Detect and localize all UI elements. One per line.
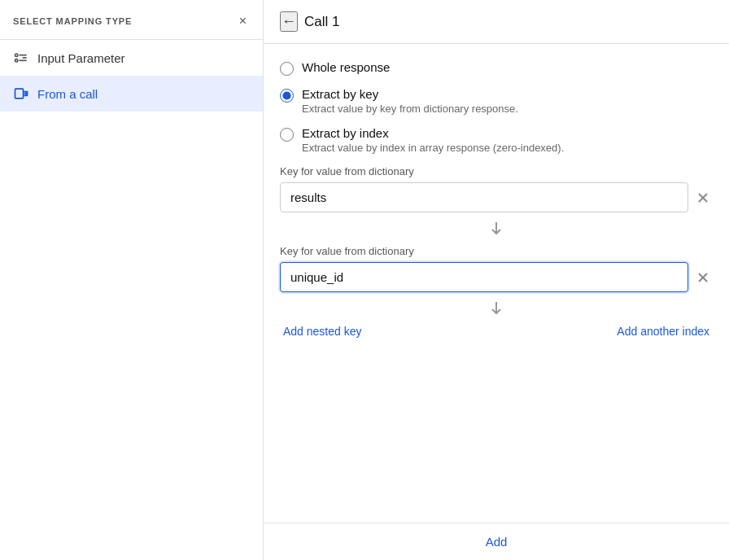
key-input-2[interactable] bbox=[280, 262, 688, 292]
main-panel: ← Call 1 Whole response Extract by key E… bbox=[264, 0, 729, 560]
radio-option-extract-by-index[interactable]: Extract by index Extract value by index … bbox=[280, 126, 713, 154]
panel-header: ← Call 1 bbox=[264, 0, 729, 44]
arrow-down-2 bbox=[280, 300, 713, 317]
sidebar-item-from-a-call[interactable]: From a call bbox=[0, 76, 263, 112]
back-button[interactable]: ← bbox=[280, 11, 298, 32]
arrow-down-1 bbox=[280, 221, 713, 237]
from-call-icon bbox=[13, 85, 29, 102]
key-section-2: Key for value from dictionary bbox=[280, 245, 713, 292]
radio-extract-by-key[interactable] bbox=[280, 89, 294, 103]
sidebar-item-label-from-call: From a call bbox=[37, 87, 98, 101]
key-input-row-1 bbox=[280, 182, 713, 212]
sidebar: SELECT MAPPING TYPE × Input Parameter bbox=[0, 0, 264, 560]
add-another-index-button[interactable]: Add another index bbox=[617, 325, 709, 338]
svg-point-2 bbox=[15, 59, 18, 62]
key-input-1[interactable] bbox=[280, 182, 688, 212]
action-row: Add nested key Add another index bbox=[280, 325, 713, 338]
radio-extract-by-index[interactable] bbox=[280, 128, 294, 142]
sidebar-title: SELECT MAPPING TYPE bbox=[13, 16, 132, 26]
radio-label-whole-response: Whole response bbox=[302, 60, 390, 74]
sidebar-header: SELECT MAPPING TYPE × bbox=[0, 0, 263, 40]
add-nested-key-button[interactable]: Add nested key bbox=[283, 325, 362, 338]
clear-key-2-button[interactable] bbox=[693, 268, 713, 287]
sidebar-item-label-input-parameter: Input Parameter bbox=[37, 51, 125, 65]
radio-option-whole-response[interactable]: Whole response bbox=[280, 60, 713, 76]
key-input-row-2 bbox=[280, 262, 713, 292]
add-button[interactable]: Add bbox=[486, 535, 508, 549]
radio-option-extract-by-key[interactable]: Extract by key Extract value by key from… bbox=[280, 87, 713, 115]
svg-rect-5 bbox=[15, 89, 24, 98]
radio-label-extract-by-index: Extract by index bbox=[302, 126, 564, 140]
key-label-1: Key for value from dictionary bbox=[280, 165, 713, 177]
panel-footer: Add bbox=[264, 523, 729, 560]
key-label-2: Key for value from dictionary bbox=[280, 245, 713, 257]
svg-point-0 bbox=[15, 54, 18, 56]
panel-title: Call 1 bbox=[304, 14, 339, 30]
radio-whole-response[interactable] bbox=[280, 62, 294, 76]
radio-desc-extract-by-index: Extract value by index in array response… bbox=[302, 142, 564, 154]
clear-key-1-button[interactable] bbox=[693, 188, 713, 208]
radio-desc-extract-by-key: Extract value by key from dictionary res… bbox=[302, 103, 518, 115]
key-section-1: Key for value from dictionary bbox=[280, 165, 713, 212]
sidebar-close-button[interactable]: × bbox=[236, 13, 250, 29]
input-param-icon bbox=[13, 50, 29, 66]
radio-label-extract-by-key: Extract by key bbox=[302, 87, 518, 101]
panel-body: Whole response Extract by key Extract va… bbox=[264, 44, 729, 523]
sidebar-item-input-parameter[interactable]: Input Parameter bbox=[0, 40, 263, 76]
